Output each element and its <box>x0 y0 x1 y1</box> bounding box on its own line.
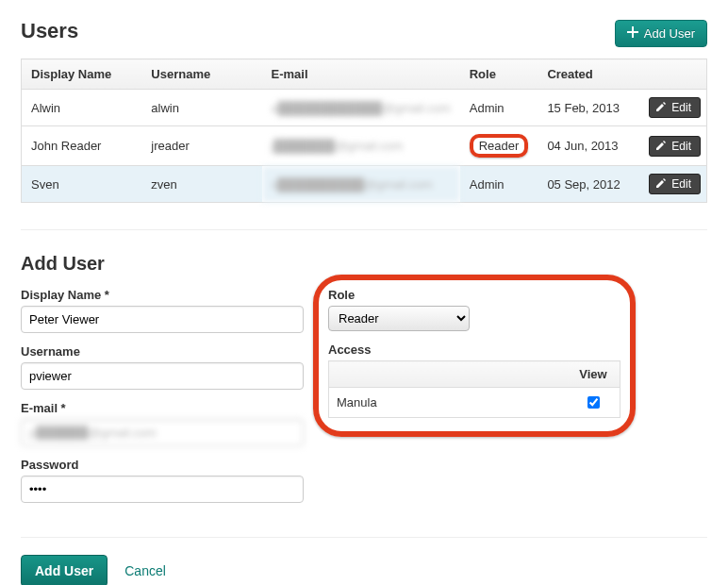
cell-actions: Edit <box>633 166 706 203</box>
cell-username: zven <box>141 166 261 203</box>
cell-username: jreader <box>141 126 261 166</box>
pencil-icon <box>656 140 666 153</box>
edit-button-label: Edit <box>671 177 691 191</box>
page-title: Users <box>21 19 78 43</box>
cell-display-name: Sven <box>22 166 142 203</box>
access-row-view <box>567 388 620 418</box>
password-input[interactable] <box>21 476 304 503</box>
edit-button[interactable]: Edit <box>649 174 701 194</box>
edit-button[interactable]: Edit <box>649 97 701 118</box>
cell-display-name: Alwin <box>22 90 142 126</box>
role-highlight: Reader <box>470 134 529 158</box>
access-header-row: View <box>329 361 620 388</box>
add-user-button-label: Add User <box>644 26 695 41</box>
col-role: Role <box>460 59 538 90</box>
page: Users Add User Display Name Username E-m… <box>0 0 728 585</box>
field-email: E-mail * <box>21 401 304 446</box>
table-header-row: Display Name Username E-mail Role Create… <box>22 59 707 90</box>
col-email: E-mail <box>262 59 460 90</box>
cell-created: 04 Jun, 2013 <box>538 126 633 166</box>
submit-add-user-button[interactable]: Add User <box>21 555 108 585</box>
divider <box>21 537 707 538</box>
username-input[interactable] <box>21 362 304 390</box>
field-password: Password <box>21 458 304 503</box>
field-role: Role Reader <box>328 288 620 331</box>
table-row: John Reader jreader j███████@gmail.com R… <box>22 126 707 166</box>
display-name-input[interactable] <box>21 306 304 333</box>
table-row: Alwin alwin a████████████@gmail.com Admi… <box>22 90 707 126</box>
field-username: Username <box>21 344 304 390</box>
label-access: Access <box>328 343 620 357</box>
form-column-right: Role Reader Access View M <box>328 288 620 422</box>
edit-button-label: Edit <box>671 101 691 114</box>
cell-created: 05 Sep, 2012 <box>538 166 633 203</box>
label-display-name: Display Name * <box>21 288 304 302</box>
add-user-button[interactable]: Add User <box>615 20 707 47</box>
cell-role: Admin <box>460 166 538 203</box>
access-name-col <box>329 361 568 388</box>
users-table: Display Name Username E-mail Role Create… <box>21 58 707 203</box>
role-select[interactable]: Reader <box>328 306 470 331</box>
cell-email: s██████████@gmail.com <box>262 166 460 203</box>
form-body: Display Name * Username E-mail * Passwor… <box>21 288 707 514</box>
divider <box>21 229 707 230</box>
pencil-icon <box>656 101 666 114</box>
access-section: Access View Manula <box>328 343 620 418</box>
edit-button[interactable]: Edit <box>649 136 701 157</box>
col-display-name: Display Name <box>22 59 142 90</box>
access-row: Manula <box>329 388 620 418</box>
form-column-left: Display Name * Username E-mail * Passwor… <box>21 288 304 514</box>
field-display-name: Display Name * <box>21 288 304 333</box>
cell-actions: Edit <box>633 126 706 166</box>
cell-role: Admin <box>460 90 538 126</box>
edit-button-label: Edit <box>671 140 691 153</box>
email-input[interactable] <box>21 419 304 446</box>
cancel-link[interactable]: Cancel <box>124 563 166 578</box>
form-actions: Add User Cancel <box>21 555 707 585</box>
cell-actions: Edit <box>633 90 706 126</box>
form-title: Add User <box>21 253 707 275</box>
col-actions <box>633 59 706 90</box>
access-view-col: View <box>567 361 620 388</box>
cell-email: j███████@gmail.com <box>262 126 460 166</box>
header: Users Add User <box>21 17 707 49</box>
col-username: Username <box>141 59 261 90</box>
plus-icon <box>627 26 638 41</box>
cell-display-name: John Reader <box>22 126 142 166</box>
cell-created: 15 Feb, 2013 <box>538 90 633 126</box>
cell-role: Reader <box>460 126 538 166</box>
pencil-icon <box>656 177 666 191</box>
table-row: Sven zven s██████████@gmail.com Admin 05… <box>22 166 707 203</box>
access-view-checkbox[interactable] <box>587 396 600 409</box>
cell-username: alwin <box>141 90 261 126</box>
access-table: View Manula <box>328 360 620 418</box>
label-role: Role <box>328 288 620 302</box>
label-email: E-mail * <box>21 401 304 415</box>
col-created: Created <box>538 59 633 90</box>
label-password: Password <box>21 458 304 472</box>
label-username: Username <box>21 344 304 359</box>
cell-email: a████████████@gmail.com <box>262 90 460 126</box>
access-row-name: Manula <box>329 388 568 418</box>
